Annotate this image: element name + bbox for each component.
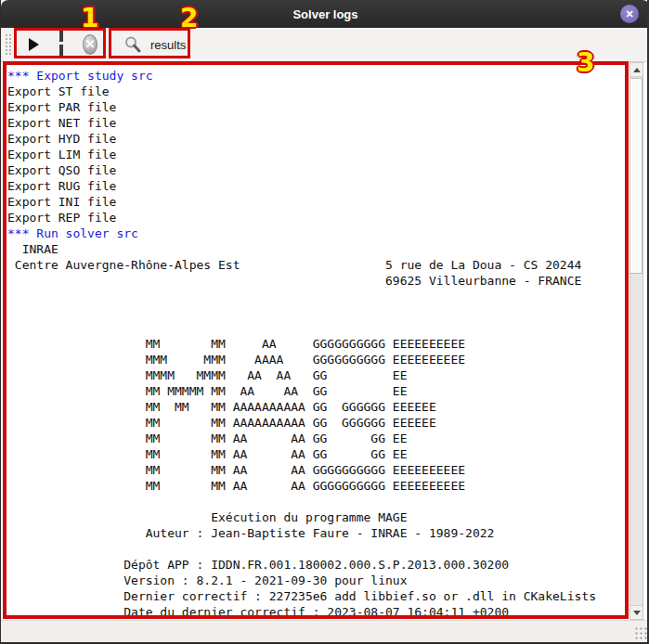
log-line: MM MM AAAAAAAAAA GG GGGGGG EEEEEE <box>7 415 649 431</box>
log-line: INRAE <box>7 241 649 257</box>
results-button-label: results <box>150 38 186 52</box>
log-line: Auteur : Jean-Baptiste Faure - INRAE - 1… <box>7 525 649 541</box>
pause-icon <box>55 30 68 59</box>
play-icon <box>29 38 39 51</box>
scroll-down-button[interactable] <box>630 605 643 619</box>
window-title: Solver logs <box>292 7 357 21</box>
pause-solver-button[interactable] <box>49 31 73 58</box>
scrollbar-thumb[interactable] <box>630 78 643 274</box>
scroll-up-button[interactable] <box>630 63 643 77</box>
stop-icon: ✕ <box>83 34 97 55</box>
log-line: MMMM MMMM AA AA GG EE <box>7 367 649 383</box>
log-line: MM MM AA AA GGGGGGGGGG EEEEEEEEEE <box>7 478 649 494</box>
log-line: *** Run solver src <box>7 225 649 241</box>
log-line: Export LIM file <box>7 147 649 162</box>
log-line: 69625 Villeurbanne - FRANCE <box>7 273 649 289</box>
log-line: Date du dernier correctif : 2023-08-07 1… <box>7 604 649 620</box>
log-line: Export RUG file <box>7 178 649 194</box>
toolbar: ✕ results <box>1 28 649 62</box>
log-line: MM MM MM AAAAAAAAAA GG GGGGGG EEEEEE <box>7 399 649 415</box>
titlebar[interactable]: Solver logs ✕ <box>1 0 649 28</box>
log-line: Export QSO file <box>7 162 649 178</box>
arrow-up-icon <box>633 68 641 72</box>
log-line: Dépôt APP : IDDN.FR.001.180002.000.S.P.2… <box>7 557 649 573</box>
view-results-button[interactable]: results <box>118 31 191 58</box>
log-line: MM MM AA GGGGGGGGGG EEEEEEEEEE <box>7 336 649 352</box>
log-line: MM MM AA AA GG GG EE <box>7 431 649 446</box>
log-line: MMM MMM AAAA GGGGGGGGGG EEEEEEEEEE <box>7 352 649 367</box>
solver-logs-window: Solver logs ✕ ✕ results *** Export study… <box>0 0 649 644</box>
log-line: *** Export study src <box>7 68 649 84</box>
log-line <box>7 541 649 557</box>
resize-grip[interactable] <box>634 626 647 639</box>
log-line: MM MM AA AA GG GG EE <box>7 446 649 462</box>
toolbar-grip-handle[interactable] <box>4 32 12 57</box>
log-line: Dernier correctif : 227235e6 add libbief… <box>7 588 649 604</box>
log-line: Centre Auvergne-Rhône-Alpes Est 5 rue de… <box>7 257 649 273</box>
log-line <box>7 494 649 509</box>
log-line: MM MMMMM MM AA AA GG EE <box>7 383 649 399</box>
log-line <box>7 320 649 336</box>
close-icon[interactable]: ✕ <box>620 5 639 23</box>
log-line <box>7 304 649 320</box>
log-line: MM MM AA AA GGGGGGGGGG EEEEEEEEEE <box>7 462 649 478</box>
statusbar <box>1 620 649 642</box>
solver-log-output[interactable]: *** Export study srcExport ST fileExport… <box>1 62 649 620</box>
log-line: Version : 8.2.1 - 2021-09-30 pour linux <box>7 573 649 588</box>
log-line: Exécution du programme MAGE <box>7 509 649 525</box>
log-line: Export NET file <box>7 115 649 131</box>
log-line: Export REP file <box>7 210 649 225</box>
run-solver-button[interactable] <box>21 31 45 58</box>
stop-solver-button[interactable]: ✕ <box>77 31 103 58</box>
arrow-down-icon <box>633 611 641 615</box>
vertical-scrollbar[interactable] <box>630 62 643 620</box>
log-line <box>7 289 649 304</box>
log-line: Export ST file <box>7 84 649 99</box>
log-text: *** Export study srcExport ST fileExport… <box>1 62 649 620</box>
log-line: Export INI file <box>7 194 649 210</box>
log-line: Export PAR file <box>7 99 649 115</box>
log-line: Export HYD file <box>7 131 649 147</box>
magnifier-icon <box>123 35 142 54</box>
